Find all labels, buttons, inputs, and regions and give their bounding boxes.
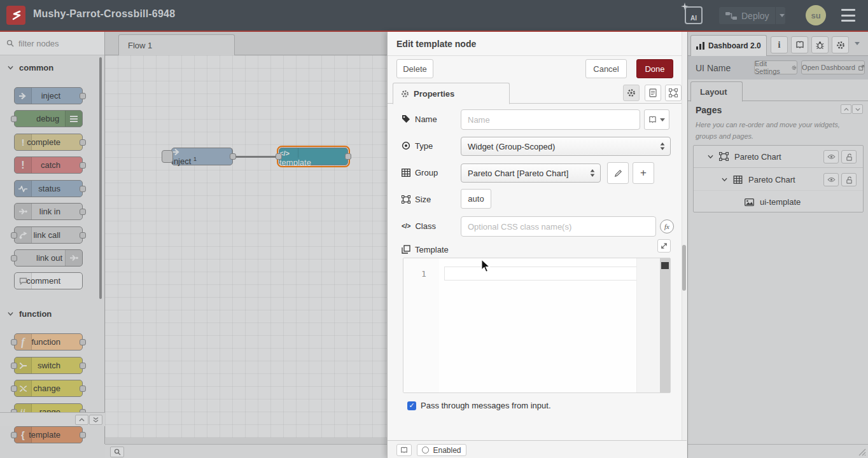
node-port[interactable] (11, 385, 17, 392)
node-port[interactable] (80, 432, 86, 438)
palette-node-switch[interactable]: switch (14, 357, 83, 374)
node-port[interactable] (11, 339, 17, 345)
open-dashboard-button[interactable]: Open Dashboard (801, 60, 865, 74)
chevron-down-icon[interactable] (722, 177, 727, 182)
palette-category-common[interactable]: common (0, 61, 104, 74)
node-port[interactable] (80, 209, 86, 215)
node-port[interactable] (11, 232, 17, 239)
sidebar-menu-caret[interactable] (855, 42, 860, 45)
palette-node-link-call[interactable]: link call (14, 226, 83, 244)
unlock-button[interactable] (841, 173, 857, 186)
enabled-toggle-button[interactable]: Enabled (417, 444, 466, 456)
node-port[interactable] (230, 153, 236, 160)
resize-grip-icon[interactable] (858, 448, 866, 456)
template-code-editor[interactable]: 1 (403, 258, 671, 393)
palette-scrollbar[interactable] (99, 57, 102, 299)
palette-node-catch[interactable]: ! catch (14, 156, 83, 174)
deploy-options-button[interactable] (775, 7, 788, 24)
canvas-search-button[interactable] (110, 447, 124, 457)
size-button[interactable]: auto (461, 189, 491, 209)
tree-item-widget[interactable]: ui-template (694, 191, 863, 213)
dialog-scrollbar[interactable] (682, 32, 687, 440)
palette-node-inject[interactable]: inject (14, 87, 83, 104)
node-port[interactable] (80, 93, 86, 99)
ai-assistant-button[interactable]: AI (685, 6, 703, 24)
flow-canvas[interactable]: Flow 1 inject 1 </> t (105, 32, 387, 458)
wire[interactable] (232, 156, 279, 158)
appearance-view-button[interactable] (665, 85, 682, 101)
node-port[interactable] (80, 162, 86, 169)
type-select[interactable]: Widget (Group-Scoped) (461, 137, 671, 156)
editor-scrollbar[interactable] (660, 258, 670, 392)
palette-node-comment[interactable]: comment (14, 272, 83, 289)
user-avatar[interactable]: su (806, 5, 826, 25)
expand-all-button[interactable] (89, 415, 102, 425)
node-port[interactable] (276, 153, 282, 160)
node-port[interactable] (80, 363, 86, 369)
canvas-grid[interactable]: inject 1 </> template (105, 55, 387, 438)
name-input[interactable] (461, 109, 640, 130)
inject-trigger-button[interactable] (162, 150, 173, 163)
delete-button[interactable]: Delete (396, 59, 433, 78)
node-port[interactable] (11, 116, 17, 122)
flow-tab[interactable]: Flow 1 (118, 34, 235, 56)
tab-properties[interactable]: Properties (393, 83, 510, 104)
node-port[interactable] (80, 232, 86, 239)
node-port[interactable] (11, 363, 17, 369)
passthrough-checkbox[interactable]: ✓ (407, 401, 416, 410)
fx-expression-button[interactable]: fx (660, 219, 674, 233)
palette-filter[interactable]: filter nodes (0, 32, 104, 55)
visibility-button[interactable] (823, 173, 839, 186)
palette-node-change[interactable]: change (14, 380, 83, 397)
node-port[interactable] (345, 153, 351, 160)
palette-node-function[interactable]: f function (14, 333, 83, 350)
done-button[interactable]: Done (636, 59, 673, 78)
edit-group-button[interactable] (607, 162, 629, 184)
palette-node-status[interactable]: status (14, 180, 83, 197)
unlock-button[interactable] (841, 150, 857, 163)
palette-node-debug[interactable]: debug (14, 110, 83, 127)
node-red-logo[interactable] (6, 6, 25, 25)
group-select[interactable]: Pareto Chart [Pareto Chart] (461, 163, 601, 183)
tree-item-page[interactable]: Pareto Chart (694, 146, 863, 168)
pages-collapse-button[interactable] (841, 104, 851, 114)
tab-layout[interactable]: Layout (690, 81, 743, 102)
pages-expand-button[interactable] (852, 104, 863, 114)
palette-category-function[interactable]: function (0, 307, 104, 320)
collapse-all-button[interactable] (75, 415, 88, 425)
main-menu-button[interactable] (841, 9, 855, 22)
name-options-button[interactable] (644, 109, 669, 130)
palette-node-template[interactable]: { template (14, 426, 83, 443)
chevron-down-icon[interactable] (708, 155, 713, 159)
properties-view-button[interactable] (623, 85, 640, 101)
palette-node-complete[interactable]: ! complete (14, 134, 83, 151)
node-port[interactable] (80, 139, 86, 146)
cancel-button[interactable]: Cancel (585, 59, 627, 78)
flow-node-ui-template[interactable]: </> template (279, 148, 348, 165)
node-port[interactable] (11, 255, 17, 261)
visibility-button[interactable] (823, 150, 839, 163)
palette-node-link-out[interactable]: link out (14, 249, 83, 267)
palette-node-link-in[interactable]: link in (14, 203, 83, 220)
add-group-button[interactable]: + (633, 162, 654, 184)
expand-editor-button[interactable] (657, 239, 671, 253)
debug-tab-button[interactable] (811, 36, 829, 53)
description-view-button[interactable] (645, 85, 661, 101)
tree-item-group[interactable]: Pareto Chart (694, 169, 863, 191)
edit-settings-button[interactable]: Edit Settings (754, 60, 797, 74)
chevron-down-icon (855, 108, 860, 111)
node-port[interactable] (80, 385, 86, 392)
editor-scrollbar-thumb[interactable] (661, 262, 669, 269)
passthrough-option[interactable]: ✓ Pass through messages from input. (407, 401, 551, 410)
info-tab-button[interactable]: i (771, 36, 788, 53)
node-port[interactable] (80, 186, 86, 192)
docs-button[interactable] (396, 444, 412, 456)
tab-dashboard[interactable]: Dashboard 2.0 (690, 35, 767, 56)
class-input[interactable] (461, 216, 656, 237)
node-port[interactable] (80, 339, 86, 345)
node-port[interactable] (11, 432, 17, 438)
config-tab-button[interactable] (832, 36, 849, 53)
flow-node-inject[interactable]: inject 1 (171, 148, 233, 165)
dialog-scrollbar-thumb[interactable] (682, 245, 686, 291)
help-tab-button[interactable] (791, 36, 808, 53)
